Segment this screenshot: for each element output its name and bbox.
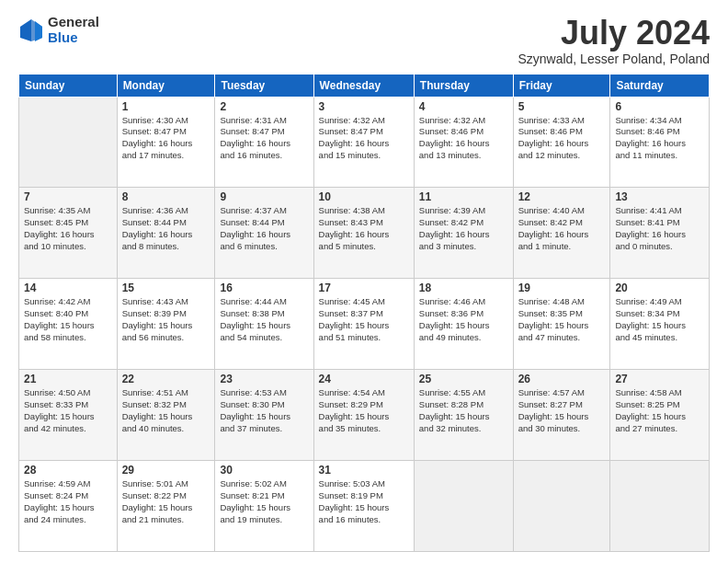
table-row: 7Sunrise: 4:35 AM Sunset: 8:45 PM Daylig… (19, 188, 118, 279)
week-row-2: 7Sunrise: 4:35 AM Sunset: 8:45 PM Daylig… (19, 188, 710, 279)
col-friday: Friday (513, 74, 610, 97)
table-row: 10Sunrise: 4:38 AM Sunset: 8:43 PM Dayli… (313, 188, 414, 279)
day-info: Sunrise: 4:32 AM Sunset: 8:47 PM Dayligh… (319, 115, 409, 162)
page: General Blue July 2024 Szynwald, Lesser … (0, 0, 728, 563)
table-row: 13Sunrise: 4:41 AM Sunset: 8:41 PM Dayli… (610, 188, 710, 279)
day-number: 26 (518, 373, 606, 385)
day-number: 22 (122, 373, 210, 385)
day-info: Sunrise: 4:39 AM Sunset: 8:42 PM Dayligh… (419, 205, 508, 252)
table-row: 3Sunrise: 4:32 AM Sunset: 8:47 PM Daylig… (313, 97, 414, 188)
day-number: 3 (319, 100, 409, 113)
day-info: Sunrise: 5:01 AM Sunset: 8:22 PM Dayligh… (122, 478, 210, 525)
table-row: 9Sunrise: 4:37 AM Sunset: 8:44 PM Daylig… (215, 188, 313, 279)
day-number: 12 (518, 190, 606, 203)
table-row: 23Sunrise: 4:53 AM Sunset: 8:30 PM Dayli… (215, 370, 313, 461)
day-number: 29 (122, 464, 210, 477)
table-row: 12Sunrise: 4:40 AM Sunset: 8:42 PM Dayli… (513, 188, 610, 279)
day-info: Sunrise: 4:58 AM Sunset: 8:25 PM Dayligh… (615, 387, 704, 434)
day-number: 13 (615, 190, 704, 203)
table-row: 19Sunrise: 4:48 AM Sunset: 8:35 PM Dayli… (513, 279, 610, 370)
day-info: Sunrise: 5:03 AM Sunset: 8:19 PM Dayligh… (319, 478, 409, 525)
day-number: 14 (24, 282, 112, 294)
day-info: Sunrise: 4:40 AM Sunset: 8:42 PM Dayligh… (518, 205, 606, 252)
day-number: 19 (518, 282, 606, 294)
day-info: Sunrise: 4:44 AM Sunset: 8:38 PM Dayligh… (220, 296, 308, 343)
day-number: 28 (24, 464, 112, 477)
logo-text: General Blue (48, 15, 99, 45)
table-row: 21Sunrise: 4:50 AM Sunset: 8:33 PM Dayli… (19, 370, 118, 461)
table-row: 27Sunrise: 4:58 AM Sunset: 8:25 PM Dayli… (610, 370, 710, 461)
day-number: 6 (615, 100, 704, 113)
svg-marker-1 (35, 21, 42, 41)
logo-blue: Blue (48, 30, 99, 46)
col-tuesday: Tuesday (215, 74, 313, 97)
day-info: Sunrise: 4:38 AM Sunset: 8:43 PM Dayligh… (319, 205, 409, 252)
table-row: 18Sunrise: 4:46 AM Sunset: 8:36 PM Dayli… (414, 279, 513, 370)
day-info: Sunrise: 4:37 AM Sunset: 8:44 PM Dayligh… (220, 205, 308, 252)
table-row: 25Sunrise: 4:55 AM Sunset: 8:28 PM Dayli… (414, 370, 513, 461)
table-row (610, 461, 710, 552)
table-row: 16Sunrise: 4:44 AM Sunset: 8:38 PM Dayli… (215, 279, 313, 370)
col-saturday: Saturday (610, 74, 710, 97)
table-row: 30Sunrise: 5:02 AM Sunset: 8:21 PM Dayli… (215, 461, 313, 552)
day-number: 25 (419, 373, 508, 385)
table-row: 11Sunrise: 4:39 AM Sunset: 8:42 PM Dayli… (414, 188, 513, 279)
location: Szynwald, Lesser Poland, Poland (518, 52, 710, 66)
table-row: 31Sunrise: 5:03 AM Sunset: 8:19 PM Dayli… (313, 461, 414, 552)
table-row: 17Sunrise: 4:45 AM Sunset: 8:37 PM Dayli… (313, 279, 414, 370)
day-info: Sunrise: 4:35 AM Sunset: 8:45 PM Dayligh… (24, 205, 112, 252)
table-row: 2Sunrise: 4:31 AM Sunset: 8:47 PM Daylig… (215, 97, 313, 188)
table-row: 5Sunrise: 4:33 AM Sunset: 8:46 PM Daylig… (513, 97, 610, 188)
day-number: 1 (122, 100, 210, 113)
table-row: 29Sunrise: 5:01 AM Sunset: 8:22 PM Dayli… (117, 461, 215, 552)
header: General Blue July 2024 Szynwald, Lesser … (18, 15, 710, 66)
table-row: 8Sunrise: 4:36 AM Sunset: 8:44 PM Daylig… (117, 188, 215, 279)
col-thursday: Thursday (414, 74, 513, 97)
day-info: Sunrise: 4:57 AM Sunset: 8:27 PM Dayligh… (518, 387, 606, 434)
day-number: 21 (24, 373, 112, 385)
day-info: Sunrise: 4:45 AM Sunset: 8:37 PM Dayligh… (319, 296, 409, 343)
day-number: 15 (122, 282, 210, 294)
day-number: 11 (419, 190, 508, 203)
day-info: Sunrise: 4:32 AM Sunset: 8:46 PM Dayligh… (419, 115, 508, 162)
day-info: Sunrise: 4:42 AM Sunset: 8:40 PM Dayligh… (24, 296, 112, 343)
day-info: Sunrise: 4:31 AM Sunset: 8:47 PM Dayligh… (220, 115, 308, 162)
day-number: 20 (615, 282, 704, 294)
title-area: July 2024 Szynwald, Lesser Poland, Polan… (518, 15, 710, 66)
day-number: 2 (220, 100, 308, 113)
week-row-3: 14Sunrise: 4:42 AM Sunset: 8:40 PM Dayli… (19, 279, 710, 370)
logo: General Blue (18, 15, 99, 45)
day-info: Sunrise: 4:48 AM Sunset: 8:35 PM Dayligh… (518, 296, 606, 343)
table-row: 26Sunrise: 4:57 AM Sunset: 8:27 PM Dayli… (513, 370, 610, 461)
day-number: 23 (220, 373, 308, 385)
table-row: 4Sunrise: 4:32 AM Sunset: 8:46 PM Daylig… (414, 97, 513, 188)
day-info: Sunrise: 4:33 AM Sunset: 8:46 PM Dayligh… (518, 115, 606, 162)
col-monday: Monday (117, 74, 215, 97)
day-number: 17 (319, 282, 409, 294)
day-number: 27 (615, 373, 704, 385)
week-row-5: 28Sunrise: 4:59 AM Sunset: 8:24 PM Dayli… (19, 461, 710, 552)
day-number: 7 (24, 190, 112, 203)
table-row: 6Sunrise: 4:34 AM Sunset: 8:46 PM Daylig… (610, 97, 710, 188)
week-row-1: 1Sunrise: 4:30 AM Sunset: 8:47 PM Daylig… (19, 97, 710, 188)
day-info: Sunrise: 4:50 AM Sunset: 8:33 PM Dayligh… (24, 387, 112, 434)
table-row: 24Sunrise: 4:54 AM Sunset: 8:29 PM Dayli… (313, 370, 414, 461)
day-info: Sunrise: 4:49 AM Sunset: 8:34 PM Dayligh… (615, 296, 704, 343)
day-info: Sunrise: 4:36 AM Sunset: 8:44 PM Dayligh… (122, 205, 210, 252)
header-row: Sunday Monday Tuesday Wednesday Thursday… (19, 74, 710, 97)
table-row: 1Sunrise: 4:30 AM Sunset: 8:47 PM Daylig… (117, 97, 215, 188)
table-row (414, 461, 513, 552)
svg-marker-2 (31, 19, 35, 41)
calendar: Sunday Monday Tuesday Wednesday Thursday… (18, 74, 710, 552)
day-number: 31 (319, 464, 409, 477)
month-title: July 2024 (518, 15, 710, 52)
day-info: Sunrise: 4:55 AM Sunset: 8:28 PM Dayligh… (419, 387, 508, 434)
day-info: Sunrise: 4:59 AM Sunset: 8:24 PM Dayligh… (24, 478, 112, 525)
day-number: 8 (122, 190, 210, 203)
table-row (513, 461, 610, 552)
day-info: Sunrise: 5:02 AM Sunset: 8:21 PM Dayligh… (220, 478, 308, 525)
table-row (19, 97, 118, 188)
day-number: 24 (319, 373, 409, 385)
day-info: Sunrise: 4:41 AM Sunset: 8:41 PM Dayligh… (615, 205, 704, 252)
day-number: 9 (220, 190, 308, 203)
